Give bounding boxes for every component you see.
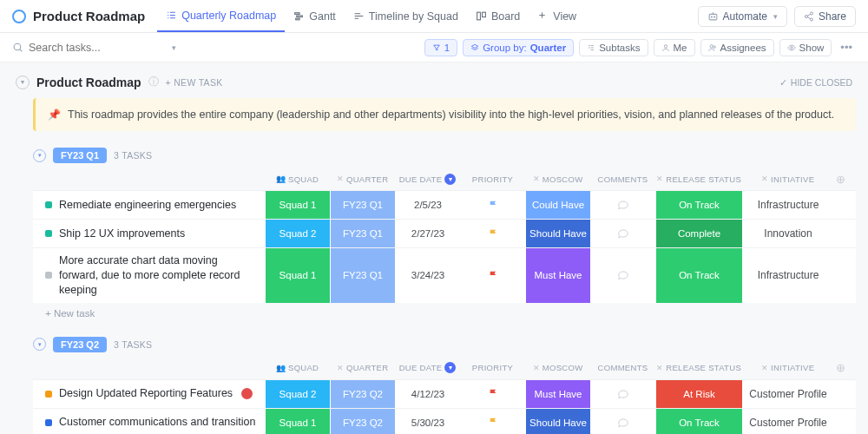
status-square-icon[interactable]	[45, 230, 52, 237]
add-column-button[interactable]: ⊕	[833, 361, 848, 374]
task-row[interactable]: Ship 12 UX improvements Squad 2 FY23 Q1 …	[33, 219, 856, 247]
collapse-group-icon[interactable]: ▾	[33, 149, 46, 162]
duedate-cell[interactable]: 5/30/23	[395, 409, 460, 434]
flag-icon[interactable]	[488, 270, 499, 281]
col-initiative[interactable]: ✕INITIATIVE	[742, 363, 833, 372]
col-quarter[interactable]: ✕QUARTER	[330, 174, 395, 184]
duedate-cell[interactable]: 4/12/23	[395, 380, 460, 408]
col-priority[interactable]: PRIORITY	[460, 174, 525, 184]
quarter-cell[interactable]: FY23 Q1	[330, 248, 395, 303]
squad-cell[interactable]: Squad 1	[265, 409, 330, 434]
task-title[interactable]: Remediate engineering emergencies	[59, 198, 236, 213]
moscow-cell[interactable]: Could Have	[525, 191, 590, 219]
duedate-cell[interactable]: 2/27/23	[395, 220, 460, 247]
initiative-cell[interactable]: Infrastructure	[742, 191, 833, 219]
col-duedate[interactable]: DUE DATE ▾	[395, 362, 460, 373]
tab-board[interactable]: Board	[467, 0, 529, 32]
col-squad[interactable]: 👥SQUAD	[265, 174, 330, 184]
moscow-cell[interactable]: Must Have	[525, 248, 590, 303]
release-status-cell[interactable]: On Track	[655, 191, 742, 219]
task-title[interactable]: Design Updated Reporting Features	[59, 386, 233, 401]
comments-cell[interactable]	[590, 220, 655, 247]
moscow-cell[interactable]: Should Have	[525, 409, 590, 434]
initiative-cell[interactable]: Customer Profile	[742, 380, 833, 408]
quarter-cell[interactable]: FY23 Q2	[330, 380, 395, 408]
squad-cell[interactable]: Squad 1	[265, 248, 330, 303]
new-task-button[interactable]: + NEW TASK	[166, 77, 223, 88]
status-square-icon[interactable]	[45, 391, 52, 398]
status-square-icon[interactable]	[45, 201, 52, 208]
quarter-cell[interactable]: FY23 Q2	[330, 409, 395, 434]
quarter-cell[interactable]: FY23 Q1	[330, 220, 395, 247]
chevron-down-icon[interactable]: ▾	[172, 43, 176, 52]
col-moscow[interactable]: ✕MOSCOW	[525, 174, 590, 184]
more-icon[interactable]: •••	[837, 41, 856, 54]
release-status-cell[interactable]: Complete	[655, 220, 742, 247]
comments-cell[interactable]	[590, 191, 655, 219]
col-comments[interactable]: COMMENTS	[590, 363, 655, 372]
tab-view[interactable]: View	[529, 0, 585, 32]
tab-gantt[interactable]: Gantt	[285, 0, 345, 32]
release-status-cell[interactable]: On Track	[655, 248, 742, 303]
add-column-button[interactable]: ⊕	[833, 173, 848, 186]
initiative-cell[interactable]: Innovation	[742, 220, 833, 247]
duedate-cell[interactable]: 2/5/23	[395, 191, 460, 219]
quarter-cell[interactable]: FY23 Q1	[330, 191, 395, 219]
release-status-cell[interactable]: On Track	[655, 409, 742, 434]
squad-cell[interactable]: Squad 2	[265, 220, 330, 247]
collapse-group-icon[interactable]: ▾	[33, 338, 46, 351]
col-moscow[interactable]: ✕MOSCOW	[525, 363, 590, 372]
task-row[interactable]: Remediate engineering emergencies Squad …	[33, 190, 856, 219]
col-quarter[interactable]: ✕QUARTER	[330, 363, 395, 372]
task-row[interactable]: More accurate chart data moving forward,…	[33, 247, 856, 303]
col-duedate[interactable]: DUE DATE ▾	[395, 174, 460, 185]
app-logo[interactable]	[12, 10, 26, 23]
flag-icon[interactable]	[488, 228, 499, 240]
task-row[interactable]: Design Updated Reporting Features Squad …	[33, 379, 856, 408]
group-label[interactable]: FY23 Q2	[53, 337, 107, 352]
duedate-cell[interactable]: 3/24/23	[395, 248, 460, 303]
initiative-cell[interactable]: Customer Profile	[742, 409, 833, 434]
flag-icon[interactable]	[488, 200, 499, 211]
new-task-row[interactable]: + New task	[33, 303, 856, 324]
col-initiative[interactable]: ✕INITIATIVE	[742, 174, 833, 184]
task-title[interactable]: Customer communications and transition	[59, 415, 256, 430]
task-title[interactable]: Ship 12 UX improvements	[59, 227, 185, 241]
info-icon[interactable]: ⓘ	[148, 75, 159, 89]
subtasks-chip[interactable]: Subtasks	[579, 39, 648, 56]
moscow-cell[interactable]: Must Have	[525, 380, 590, 408]
search-input[interactable]	[29, 42, 165, 54]
col-comments[interactable]: COMMENTS	[590, 174, 655, 184]
priority-cell[interactable]	[460, 220, 525, 247]
priority-cell[interactable]	[460, 248, 525, 303]
flag-icon[interactable]	[488, 388, 499, 399]
flag-icon[interactable]	[488, 417, 499, 428]
col-squad[interactable]: 👥SQUAD	[265, 363, 330, 372]
comments-cell[interactable]	[590, 248, 655, 303]
squad-cell[interactable]: Squad 1	[265, 191, 330, 219]
priority-cell[interactable]	[460, 380, 525, 408]
task-row[interactable]: Customer communications and transition S…	[33, 408, 856, 434]
collapse-list-icon[interactable]: ▾	[16, 76, 30, 89]
filter-chip[interactable]: 1	[424, 39, 457, 56]
moscow-cell[interactable]: Should Have	[525, 220, 590, 247]
group-label[interactable]: FY23 Q1	[53, 148, 107, 163]
task-title[interactable]: More accurate chart data moving forward,…	[59, 253, 260, 298]
comments-cell[interactable]	[590, 409, 655, 434]
col-release[interactable]: ✕RELEASE STATUS	[655, 174, 742, 184]
assignees-chip[interactable]: Assignees	[700, 39, 774, 56]
automate-button[interactable]: Automate ▾	[698, 6, 787, 27]
me-chip[interactable]: Me	[654, 39, 695, 56]
share-button[interactable]: Share	[794, 6, 856, 27]
col-priority[interactable]: PRIORITY	[460, 363, 525, 372]
show-chip[interactable]: Show	[779, 39, 832, 56]
squad-cell[interactable]: Squad 2	[265, 380, 330, 408]
status-square-icon[interactable]	[45, 272, 52, 279]
priority-cell[interactable]	[460, 409, 525, 434]
groupby-chip[interactable]: Group by: Quarter	[463, 39, 574, 56]
status-square-icon[interactable]	[45, 419, 52, 426]
initiative-cell[interactable]: Infrastructure	[742, 248, 833, 303]
comments-cell[interactable]	[590, 380, 655, 408]
tab-timeline-by-squad[interactable]: Timeline by Squad	[345, 0, 467, 32]
col-release[interactable]: ✕RELEASE STATUS	[655, 363, 742, 372]
